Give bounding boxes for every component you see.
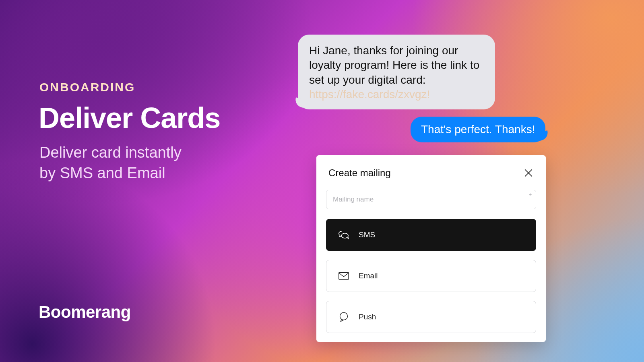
panel-header: Create mailing <box>326 167 536 179</box>
mailing-option-sms[interactable]: SMS <box>326 219 536 251</box>
eyebrow-label: ONBOARDING <box>39 80 135 94</box>
sms-outgoing-text: That's perfect. Thanks! <box>421 123 535 136</box>
create-mailing-panel: Create mailing * SMS <box>316 155 546 342</box>
sms-bubble-incoming: Hi Jane, thanks for joining our loyalty … <box>298 35 495 109</box>
mailing-option-label: SMS <box>359 230 375 239</box>
promo-canvas: ONBOARDING Deliver Cards Deliver card in… <box>0 0 644 362</box>
sms-incoming-text: Hi Jane, thanks for joining our loyalty … <box>309 44 479 86</box>
svg-point-4 <box>340 313 348 320</box>
svg-point-2 <box>341 233 348 238</box>
bubble-tail <box>294 97 304 107</box>
sms-incoming-link[interactable]: https://fake.cards/zxvgz! <box>309 88 430 101</box>
required-mark: * <box>529 193 532 200</box>
mailing-name-field[interactable]: * <box>326 190 536 209</box>
mailing-option-label: Email <box>359 272 378 280</box>
mail-icon <box>338 270 350 282</box>
mailing-option-push[interactable]: Push <box>326 301 536 333</box>
bubble-tail <box>539 130 549 140</box>
speech-icon <box>338 311 350 323</box>
subtitle: Deliver card instantly by SMS and Email <box>39 142 182 184</box>
sms-bubble-outgoing: That's perfect. Thanks! <box>411 117 545 142</box>
chat-icon <box>338 229 350 241</box>
mailing-option-label: Push <box>359 313 376 321</box>
subtitle-line-2: by SMS and Email <box>39 165 165 181</box>
svg-rect-3 <box>339 273 349 280</box>
mailing-name-input[interactable] <box>333 195 529 204</box>
close-icon[interactable] <box>523 168 534 178</box>
mailing-option-email[interactable]: Email <box>326 260 536 292</box>
subtitle-line-1: Deliver card instantly <box>39 144 182 161</box>
panel-title: Create mailing <box>328 167 391 179</box>
page-title: Deliver Cards <box>39 101 220 134</box>
brand-logo: Boomerang <box>39 302 131 322</box>
